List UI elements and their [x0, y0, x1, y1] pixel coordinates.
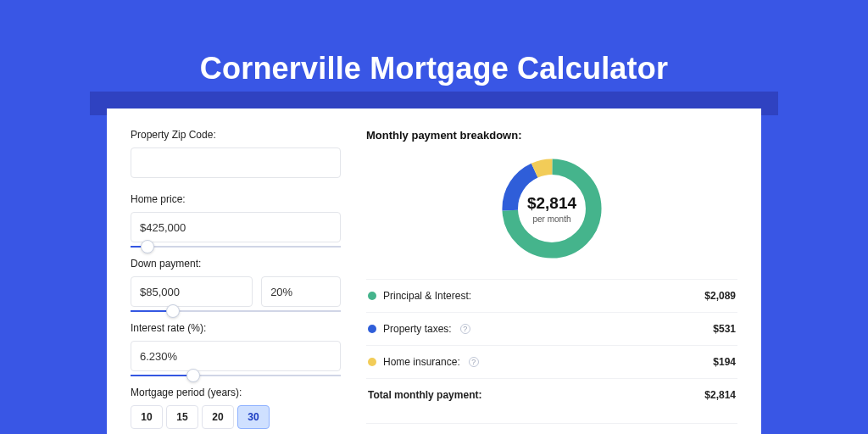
down-amount-input[interactable]: [131, 276, 253, 307]
donut-chart: $2,814 per month: [497, 153, 607, 264]
rate-group: Interest rate (%):: [131, 322, 341, 371]
period-options: 10152030: [131, 405, 341, 429]
legend-row-total: Total monthly payment:$2,814: [366, 378, 737, 411]
calculator-card: Property Zip Code: Home price: Down paym…: [107, 108, 761, 434]
legend: Principal & Interest:$2,089Property taxe…: [366, 279, 737, 411]
zip-group: Property Zip Code:: [131, 129, 341, 178]
down-pct-input[interactable]: [261, 276, 341, 307]
legend-label-pi: Principal & Interest:: [383, 290, 471, 302]
down-label: Down payment:: [131, 258, 341, 270]
info-icon[interactable]: ?: [460, 324, 470, 334]
period-label: Mortgage period (years):: [131, 387, 341, 398]
donut-wrap: $2,814 per month: [366, 153, 737, 264]
price-label: Home price:: [131, 193, 341, 205]
breakdown-title: Monthly payment breakdown:: [366, 129, 737, 142]
legend-row-ins: Home insurance:?$194: [366, 345, 737, 378]
period-option-15[interactable]: 15: [166, 405, 198, 429]
donut-sub: per month: [532, 214, 570, 224]
info-icon[interactable]: ?: [469, 357, 479, 367]
legend-label-tax: Property taxes:: [383, 323, 452, 335]
legend-value-ins: $194: [713, 356, 736, 368]
legend-dot-pi: [368, 292, 376, 300]
rate-label: Interest rate (%):: [131, 322, 341, 334]
legend-total-label: Total monthly payment:: [368, 389, 481, 401]
form-panel: Property Zip Code: Home price: Down paym…: [131, 129, 341, 434]
period-option-10[interactable]: 10: [131, 405, 163, 429]
legend-row-pi: Principal & Interest:$2,089: [366, 280, 737, 312]
breakdown-panel: Monthly payment breakdown: $2,814 per mo…: [366, 129, 737, 434]
down-group: Down payment:: [131, 258, 341, 307]
legend-label-ins: Home insurance:: [383, 356, 460, 368]
zip-label: Property Zip Code:: [131, 129, 341, 141]
rate-input[interactable]: [131, 341, 341, 371]
legend-value-pi: $2,089: [704, 290, 736, 302]
hero: Cornerville Mortgage Calculator: [0, 0, 868, 86]
legend-dot-ins: [368, 358, 376, 366]
price-group: Home price:: [131, 193, 341, 242]
donut-amount: $2,814: [527, 194, 576, 213]
legend-value-tax: $531: [713, 323, 736, 335]
page-title: Cornerville Mortgage Calculator: [0, 51, 868, 86]
period-option-20[interactable]: 20: [202, 405, 234, 429]
amortization-section: Amortization for mortgage loan Amortizat…: [366, 423, 737, 434]
zip-input[interactable]: [131, 147, 341, 178]
legend-dot-tax: [368, 325, 376, 333]
donut-center: $2,814 per month: [497, 153, 607, 264]
price-input[interactable]: [131, 212, 341, 242]
legend-row-tax: Property taxes:?$531: [366, 312, 737, 345]
period-group: Mortgage period (years): 10152030: [131, 387, 341, 429]
period-option-30[interactable]: 30: [237, 405, 270, 429]
legend-total-value: $2,814: [704, 389, 736, 401]
